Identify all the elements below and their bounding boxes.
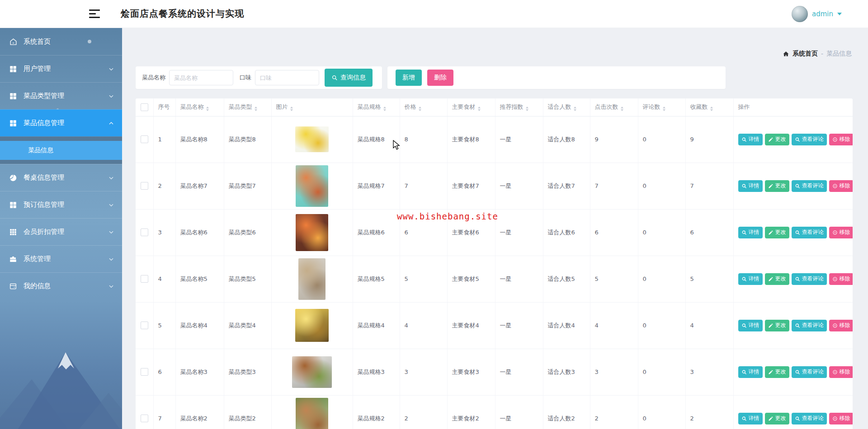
sidebar-item-dish-info-mgmt[interactable]: 菜品信息管理 [0,109,122,136]
column-header-recommend[interactable]: 推荐指数 [495,98,543,116]
query-button[interactable]: 查询信息 [325,69,373,87]
row-actions: 详情更改查看评论移除 [738,180,849,192]
taste-input[interactable] [255,70,319,85]
sort-icons[interactable] [663,107,665,111]
avatar[interactable] [792,6,808,22]
column-header-clicks[interactable]: 点击次数 [590,98,638,116]
edit-button[interactable]: 更改 [765,180,789,192]
user-menu[interactable]: admin [792,6,842,22]
sort-icons[interactable] [419,107,421,111]
sort-icons[interactable] [574,107,576,111]
view-comments-button[interactable]: 查看评论 [792,273,827,285]
sidebar-item-tables[interactable]: 餐桌信息管理 [0,164,122,191]
pencil-icon [768,137,774,142]
search-icon [795,137,800,142]
breadcrumb-home[interactable]: 系统首页 [793,50,818,58]
cell-seq: 3 [153,209,175,256]
column-header-name[interactable]: 菜品名称 [175,98,224,116]
sidebar-item-dish-types[interactable]: 菜品类型管理 [0,82,122,109]
row-checkbox[interactable] [141,322,148,329]
edit-button[interactable]: 更改 [765,273,789,285]
cell-ingredient: 主要食材8 [447,116,495,163]
edit-button[interactable]: 更改 [765,134,789,145]
sort-icons[interactable] [383,107,386,111]
row-checkbox[interactable] [141,368,148,376]
remove-button[interactable]: 移除 [829,320,853,331]
cell-clicks: 5 [590,256,638,302]
view-comments-button[interactable]: 查看评论 [792,227,827,238]
sort-icons[interactable] [526,107,528,111]
taste-label: 口味 [240,74,251,82]
detail-button[interactable]: 详情 [738,413,763,424]
edit-button[interactable]: 更改 [765,366,789,378]
sidebar-item-users[interactable]: 用户管理 [0,55,122,82]
sidebar-item-member-discounts[interactable]: 会员折扣管理 [0,218,122,245]
column-header-spec[interactable]: 菜品规格 [353,98,400,116]
column-header-comments[interactable]: 评论数 [638,98,685,116]
sidebar-item-reservations[interactable]: 预订信息管理 [0,191,122,218]
row-checkbox[interactable] [141,275,148,283]
row-checkbox[interactable] [141,182,148,190]
column-header-people[interactable]: 适合人数 [543,98,590,116]
detail-button[interactable]: 详情 [738,273,763,285]
mouse-cursor [392,140,401,150]
detail-button[interactable]: 详情 [738,134,763,145]
menu-toggle-icon[interactable] [89,9,100,18]
edit-button[interactable]: 更改 [765,320,789,331]
view-comments-button[interactable]: 查看评论 [792,180,827,192]
sidebar-item-dish-info[interactable]: 菜品信息 [0,141,122,160]
cell-recommend: 一星 [495,256,543,302]
edit-button[interactable]: 更改 [765,227,789,238]
row-checkbox[interactable] [141,415,148,422]
sidebar-item-home[interactable]: 系统首页 [0,28,122,55]
sort-icons[interactable] [255,107,257,111]
pie-icon [9,173,20,182]
remove-button[interactable]: 移除 [829,273,853,285]
dish-name-input[interactable] [169,70,233,85]
sort-icons[interactable] [621,107,623,111]
row-checkbox[interactable] [141,135,148,143]
remove-button[interactable]: 移除 [829,227,853,238]
detail-button[interactable]: 详情 [738,366,763,378]
sort-icons[interactable] [290,107,293,111]
remove-button[interactable]: 移除 [829,180,853,192]
column-header-price[interactable]: 价格 [400,98,447,116]
row-checkbox[interactable] [141,228,148,236]
op-label: 查看评论 [802,182,824,190]
cell-comments: 0 [638,163,685,209]
edit-button[interactable]: 更改 [765,413,789,424]
detail-button[interactable]: 详情 [738,227,763,238]
add-button[interactable]: 新增 [396,70,422,86]
view-comments-button[interactable]: 查看评论 [792,366,827,378]
sort-icons[interactable] [206,107,209,111]
remove-circle-icon [832,183,838,189]
cell-recommend: 一星 [495,209,543,256]
column-header-image[interactable]: 图片 [271,98,353,116]
sort-icons[interactable] [478,107,481,111]
sort-icons[interactable] [710,107,713,111]
detail-button[interactable]: 详情 [738,320,763,331]
view-comments-button[interactable]: 查看评论 [792,413,827,424]
delete-button[interactable]: 删除 [427,70,453,86]
column-header-favorites[interactable]: 收藏数 [685,98,733,116]
remove-button[interactable]: 移除 [829,413,853,424]
view-comments-button[interactable]: 查看评论 [792,134,827,145]
cell-spec: 菜品规格3 [353,349,400,395]
card-icon [9,282,20,291]
select-all-checkbox[interactable] [141,103,148,111]
cell-favorites: 5 [685,256,733,302]
column-header-ingredient[interactable]: 主要食材 [447,98,495,116]
cell-people: 适合人数8 [543,116,590,163]
remove-button[interactable]: 移除 [829,134,853,145]
sidebar-item-my-info[interactable]: 我的信息 [0,272,122,299]
cell-comments: 0 [638,395,685,429]
sidebar-item-system[interactable]: 系统管理 [0,245,122,272]
sidebar: 系统首页用户管理菜品类型管理菜品信息管理菜品信息餐桌信息管理预订信息管理会员折扣… [0,28,122,429]
detail-button[interactable]: 详情 [738,180,763,192]
op-label: 更改 [775,135,786,143]
column-header-type[interactable]: 菜品类型 [224,98,271,116]
view-comments-button[interactable]: 查看评论 [792,320,827,331]
column-header-select[interactable] [136,98,153,116]
row-actions: 详情更改查看评论移除 [738,366,849,378]
remove-button[interactable]: 移除 [829,366,853,378]
